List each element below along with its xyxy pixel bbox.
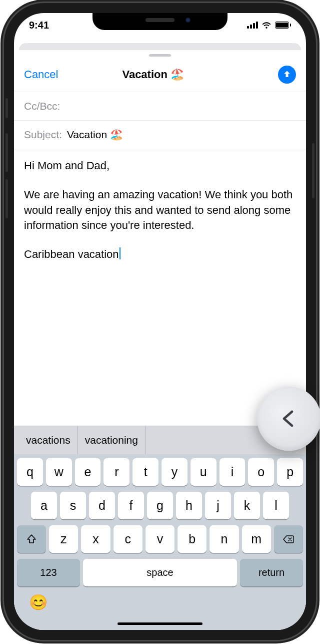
ccbcc-label: Cc/Bcc: (24, 100, 60, 112)
backspace-key[interactable] (274, 525, 303, 553)
status-time: 9:41 (29, 20, 49, 31)
key-e[interactable]: e (75, 458, 101, 486)
body-paragraph: We are having an amazing vacation! We th… (24, 187, 296, 233)
key-x[interactable]: x (81, 525, 110, 553)
body-line2: Caribbean vacation (24, 247, 296, 262)
key-r[interactable]: r (104, 458, 130, 486)
return-key[interactable]: return (240, 559, 303, 586)
prediction-suggestion[interactable]: vacationing (78, 426, 146, 454)
key-h[interactable]: h (176, 492, 202, 519)
body-greeting: Hi Mom and Dad, (24, 158, 296, 173)
key-i[interactable]: i (220, 458, 246, 486)
key-c[interactable]: c (114, 525, 142, 553)
shift-key[interactable] (17, 525, 46, 553)
compose-title: Vacation 🏖️ (28, 68, 278, 81)
notch (92, 13, 228, 30)
cellular-icon (247, 22, 258, 29)
numbers-key[interactable]: 123 (17, 559, 80, 586)
compose-sheet: Cancel Vacation 🏖️ Cc/Bcc: Subject: Vaca… (14, 50, 306, 630)
key-b[interactable]: b (178, 525, 206, 553)
phone-frame: 9:41 Cancel Vacation 🏖️ (4, 3, 316, 640)
space-key[interactable]: space (83, 559, 237, 586)
compose-navbar: Cancel Vacation 🏖️ (14, 57, 306, 92)
side-button (6, 179, 8, 218)
battery-icon (275, 22, 292, 29)
ccbcc-row[interactable]: Cc/Bcc: (14, 92, 306, 120)
key-q[interactable]: q (17, 458, 43, 486)
home-indicator[interactable] (118, 622, 202, 625)
key-z[interactable]: z (49, 525, 78, 553)
assistive-touch-button[interactable] (257, 387, 320, 451)
key-v[interactable]: v (146, 525, 174, 553)
wifi-icon (262, 22, 272, 29)
keyboard: vacationsvacationing qwertyuiop asdfghjk… (14, 426, 306, 630)
key-a[interactable]: a (31, 492, 57, 519)
key-t[interactable]: t (132, 458, 158, 486)
key-o[interactable]: o (248, 458, 274, 486)
key-w[interactable]: w (46, 458, 72, 486)
header-fields: Cc/Bcc: Subject: Vacation 🏖️ (14, 92, 306, 149)
key-p[interactable]: p (277, 458, 303, 486)
send-button[interactable] (278, 66, 296, 84)
emoji-key[interactable]: 😊 (29, 593, 48, 611)
key-j[interactable]: j (205, 492, 231, 519)
side-button (6, 133, 8, 172)
key-f[interactable]: f (118, 492, 144, 519)
key-s[interactable]: s (60, 492, 86, 519)
prediction-suggestion[interactable]: vacations (19, 426, 78, 454)
side-button (312, 143, 314, 198)
key-n[interactable]: n (210, 525, 238, 553)
key-y[interactable]: y (162, 458, 188, 486)
text-cursor (120, 247, 120, 259)
side-button (6, 98, 8, 118)
subject-label: Subject: (24, 129, 62, 141)
key-d[interactable]: d (89, 492, 115, 519)
key-g[interactable]: g (147, 492, 173, 519)
key-u[interactable]: u (190, 458, 216, 486)
subject-value: Vacation 🏖️ (67, 129, 123, 141)
subject-row[interactable]: Subject: Vacation 🏖️ (14, 120, 306, 149)
key-l[interactable]: l (263, 492, 289, 519)
screen: 9:41 Cancel Vacation 🏖️ (14, 13, 306, 630)
key-k[interactable]: k (234, 492, 260, 519)
key-m[interactable]: m (242, 525, 271, 553)
